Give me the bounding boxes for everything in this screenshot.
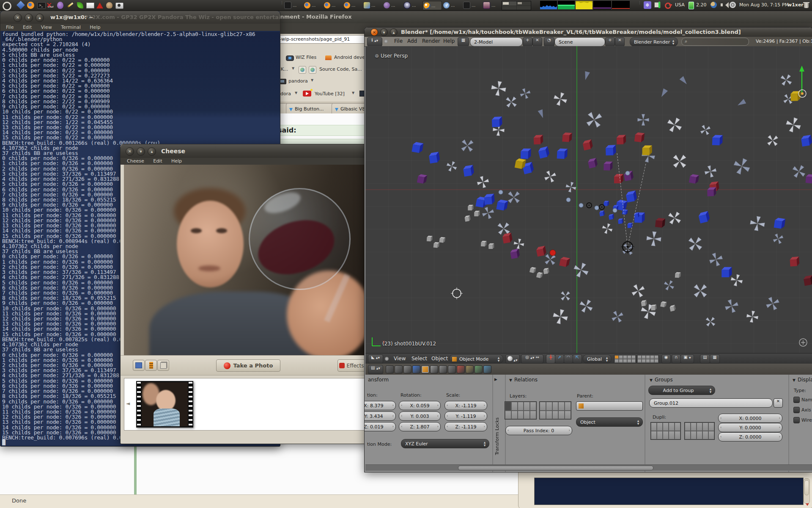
add-layout-button[interactable]: + — [523, 37, 532, 47]
menu-object[interactable]: Object — [431, 356, 448, 362]
gopher-icon[interactable] — [105, 1, 114, 10]
tab-big-button[interactable]: Big Button... — [286, 103, 336, 114]
group-z-field[interactable]: ‹Z: 0.0000› — [718, 432, 782, 442]
layer-cell[interactable] — [691, 422, 697, 431]
loc-z-field[interactable]: Z: 0.019› — [364, 422, 396, 431]
layer-cell[interactable] — [708, 431, 714, 439]
disk-monitor[interactable] — [612, 1, 630, 9]
snap-element-dropdown[interactable]: ▣ ▼ — [680, 354, 694, 364]
group-y-field[interactable]: ‹Y: 0.0000› — [718, 423, 782, 432]
burst-mode-button[interactable] — [157, 360, 169, 371]
manipulator-axes-button[interactable]: ╋ — [546, 354, 555, 364]
scene-cube[interactable] — [606, 145, 616, 155]
layer-cell[interactable] — [524, 402, 530, 411]
layer-cell[interactable] — [702, 431, 708, 439]
taskbar-item-blender[interactable]: ... — [422, 1, 442, 10]
scrollbar-thumb[interactable] — [458, 466, 653, 470]
layer-cell[interactable] — [637, 359, 642, 363]
close-icon[interactable]: ✕ — [14, 14, 22, 22]
rot-y-field[interactable]: ‹Y: 0.003› — [399, 411, 441, 421]
menu-edit[interactable]: Edit — [149, 158, 166, 165]
delete-scene-button[interactable]: ✕ — [615, 37, 625, 47]
parent-field[interactable] — [576, 401, 643, 411]
blender-titlebar[interactable]: ✕ ▾ ▴ Blender* [/home/w1x/hak/touchbook/… — [365, 28, 812, 37]
scene-sphere[interactable] — [613, 208, 617, 213]
properties-tab-icon[interactable] — [457, 365, 465, 373]
layer-cell[interactable] — [558, 402, 565, 411]
menu-add[interactable]: Add — [407, 38, 417, 44]
xchat-icon[interactable]: ✕chat — [46, 1, 55, 10]
video-mode-button[interactable] — [145, 360, 157, 371]
terminal-titlebar[interactable]: ✕ ▾ ▴ w1x@w1x0: ~ ots - GP32X.com - GP32… — [0, 11, 280, 24]
menu-select[interactable]: Select — [411, 356, 427, 362]
taskbar-item-firefox[interactable]: ... — [303, 1, 322, 9]
minimize-icon[interactable]: ▾ — [380, 28, 388, 36]
cheese-titlebar[interactable]: ✕ ▾ ▴ Cheese — [121, 144, 368, 158]
mode-dropdown[interactable]: Object Mode▲▼ — [449, 354, 503, 364]
clock[interactable]: Mon Aug 30, 7:15 PM — [739, 2, 789, 8]
panel-relations-header[interactable]: ▼Relations — [509, 377, 538, 383]
layer-cell[interactable] — [623, 359, 627, 363]
properties-tab-icon[interactable] — [403, 365, 411, 373]
layer-cell[interactable] — [691, 431, 697, 439]
viewport-3d[interactable]: x — [365, 46, 812, 353]
scene-cube[interactable] — [712, 135, 723, 146]
bookmark-youtube[interactable]: YouTube [32] — [315, 91, 345, 97]
panel-groups-header[interactable]: ▼Groups — [650, 377, 673, 383]
photo-mode-button[interactable] — [133, 360, 145, 371]
scene-cube[interactable] — [468, 205, 473, 210]
menu-file[interactable]: File — [2, 24, 17, 31]
globe-icon[interactable] — [710, 1, 718, 9]
lock-layers-button[interactable]: ◉ — [661, 354, 671, 364]
properties-tab-icon[interactable] — [395, 365, 403, 373]
globe-button[interactable] — [299, 66, 306, 74]
collapse-icon[interactable] — [384, 39, 388, 43]
minimize-icon[interactable]: ▾ — [25, 14, 33, 22]
scale-y-field[interactable]: ‹Y: -1.119› — [444, 411, 487, 421]
layer-cell[interactable] — [524, 411, 530, 420]
layer-cell[interactable] — [546, 411, 552, 420]
taskbar-item-app[interactable]: ... — [383, 1, 401, 9]
layer-cell[interactable] — [511, 402, 518, 411]
scene-browse-button[interactable]: ◔ — [544, 37, 554, 47]
render-opengl-anim-button[interactable]: ▦ — [710, 354, 720, 364]
scene-cube[interactable] — [604, 201, 609, 206]
layer-cell[interactable] — [685, 431, 691, 439]
scene-cube[interactable] — [627, 223, 633, 228]
panel-transform-header[interactable]: ansform — [368, 377, 389, 383]
properties-tab-icon[interactable] — [475, 365, 483, 373]
key-icon[interactable] — [664, 1, 672, 9]
display-icon[interactable] — [654, 1, 661, 9]
scene-cube[interactable] — [721, 267, 732, 277]
taskbar-item-help[interactable]: ?... — [442, 1, 461, 9]
net-monitor[interactable] — [593, 1, 611, 9]
name-checkbox[interactable] — [793, 397, 800, 403]
layer-cell[interactable] — [650, 355, 654, 359]
layer-cell[interactable] — [627, 359, 631, 363]
scene-selector[interactable]: Scene — [554, 37, 605, 47]
layer-cell[interactable] — [530, 411, 536, 420]
layer-cell[interactable] — [642, 355, 646, 359]
layer-cell[interactable] — [631, 359, 636, 363]
manipulator-scale-button[interactable]: ⇱ — [573, 354, 582, 364]
delete-layout-button[interactable]: ✕ — [532, 37, 542, 47]
tray-handle[interactable]: ⋮ — [638, 2, 639, 8]
layer-cell[interactable] — [697, 431, 702, 439]
layer-cell[interactable] — [540, 411, 546, 420]
bluetooth-snowflake-icon[interactable]: ❄ — [644, 1, 651, 9]
user-menu[interactable]: w1xer — [787, 2, 804, 8]
applet-handle[interactable]: ⋮ — [280, 2, 282, 8]
bookmark-wiz-files[interactable]: WIZ Files — [296, 55, 316, 60]
taskbar-item-terminal[interactable]: ... — [283, 1, 302, 9]
search-input[interactable]: ⌕ — [681, 38, 749, 46]
layer-cell[interactable] — [637, 355, 642, 359]
properties-tab-icon[interactable] — [466, 365, 474, 373]
rotation-mode-dropdown[interactable]: XYZ Euler▲▼ — [401, 439, 489, 448]
properties-tab-icon[interactable] — [412, 365, 420, 373]
layer-cell[interactable] — [552, 411, 559, 420]
axis-checkbox[interactable] — [793, 407, 800, 413]
menu-file[interactable]: File — [394, 38, 403, 44]
taskbar-item-tool[interactable]: ... — [363, 1, 381, 9]
menu-terminal[interactable]: Terminal — [57, 24, 85, 31]
layer-cell[interactable] — [654, 355, 658, 359]
